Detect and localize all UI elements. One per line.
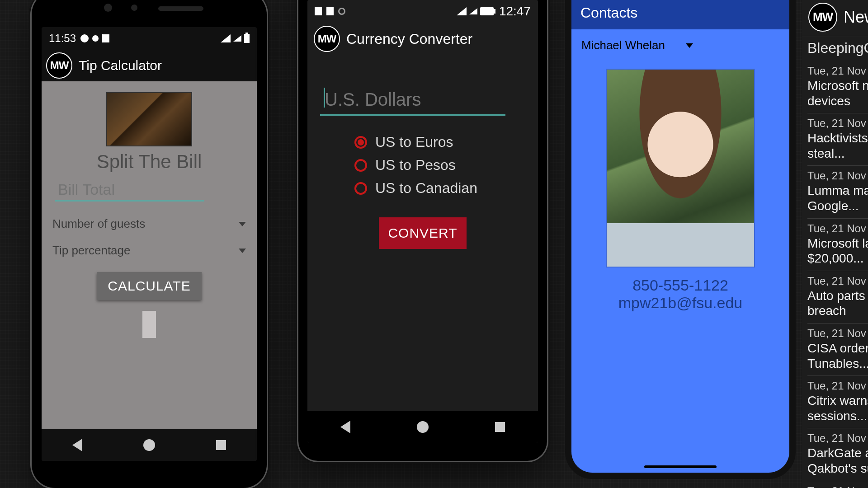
- app-title: Currency Converter: [346, 31, 472, 47]
- news-headline-cont: breach: [807, 303, 868, 319]
- nav-back-icon[interactable]: [340, 421, 350, 433]
- app-bar: MW New: [802, 0, 868, 36]
- converter-content: US to Euros US to Pesos US to Canadian C…: [307, 55, 538, 411]
- news-feed[interactable]: Tue, 21 Nov 2023Microsoft now rdevicesTu…: [802, 61, 868, 488]
- result-placeholder: [142, 311, 156, 338]
- news-date: Tue, 21 Nov 2023: [807, 117, 868, 130]
- phone-contacts: 7:25 Contacts Michael Whelan 850-555-112…: [565, 0, 796, 479]
- phone-currency-converter: 12:47 MW Currency Converter US to Euros …: [298, 0, 547, 461]
- news-headline: Microsoft now r: [807, 78, 868, 94]
- radio-unselected-icon: [354, 182, 367, 195]
- sensor-icon: [131, 5, 137, 11]
- status-time: 11:53: [49, 32, 76, 45]
- wifi-icon: [221, 34, 231, 42]
- nav-home-icon[interactable]: [417, 421, 429, 433]
- app-title: Contacts: [580, 5, 637, 21]
- mw-logo-icon: MW: [314, 26, 340, 52]
- app-title: New: [844, 8, 868, 27]
- news-item[interactable]: Tue, 21 Nov 2023Citrix warns adrsessions…: [807, 375, 868, 428]
- contact-email: mpw21b@fsu.edu: [580, 294, 781, 312]
- news-headline-cont: Qakbot's succes: [807, 461, 868, 476]
- calculate-button[interactable]: CALCULATE: [97, 272, 202, 300]
- app-bar: MW Currency Converter: [307, 23, 538, 55]
- earpiece-icon: [158, 6, 203, 11]
- news-item[interactable]: Tue, 21 Nov 2023CISA orders fedTunables.…: [807, 323, 868, 375]
- news-headline-cont: Google...: [807, 198, 868, 214]
- contact-dropdown[interactable]: Michael Whelan: [580, 34, 781, 57]
- radio-selected-icon: [354, 136, 367, 149]
- status-time: 12:47: [499, 4, 531, 19]
- screen: 11:53 MW Tip Calculator Split The Bill N…: [42, 27, 257, 461]
- news-date: Tue, 21 Nov 2023: [807, 432, 868, 445]
- sd-card-icon: [326, 7, 334, 15]
- app-title: Tip Calculator: [79, 58, 162, 73]
- amount-input[interactable]: [320, 87, 505, 116]
- news-item[interactable]: Tue, 21 Nov 2023Auto parts gianbreach: [807, 271, 868, 323]
- radio-unselected-icon: [354, 159, 367, 172]
- contacts-content: Michael Whelan 850-555-1122 mpw21b@fsu.e…: [571, 29, 789, 316]
- convert-button[interactable]: CONVERT: [379, 217, 466, 249]
- news-item[interactable]: Tue, 21 Nov 2023Microsoft launc$20,000..…: [807, 218, 868, 271]
- bill-total-input[interactable]: [55, 179, 204, 202]
- selected-contact: Michael Whelan: [581, 38, 665, 52]
- nav-recent-icon[interactable]: [495, 422, 505, 432]
- news-item[interactable]: Tue, 21 Nov 2023Hacktivists breasteal...: [807, 113, 868, 165]
- phone-tip-calculator: 11:53 MW Tip Calculator Split The Bill N…: [32, 0, 267, 488]
- contact-phone: 850-555-1122: [580, 277, 781, 294]
- notification-icon: [315, 7, 322, 15]
- nav-home-icon[interactable]: [143, 439, 155, 451]
- app-bar: MW Tip Calculator: [42, 50, 257, 81]
- guests-dropdown[interactable]: Number of guests: [50, 211, 249, 237]
- screen: 12:47 MW Currency Converter US to Euros …: [307, 0, 538, 443]
- radio-us-to-pesos[interactable]: US to Pesos: [354, 157, 525, 174]
- news-headline-cont: sessions...: [807, 408, 868, 424]
- news-headline: Auto parts gian: [807, 288, 868, 304]
- news-item[interactable]: Tue, 21 Nov 2023Lumma malwarGoogle...: [807, 165, 868, 218]
- news-item[interactable]: Tue, 21 Nov 2023Microsoft now rdevices: [807, 61, 868, 113]
- restaurant-image: [106, 92, 192, 146]
- text-cursor-icon: [324, 88, 325, 108]
- news-headline-cont: devices: [807, 94, 868, 109]
- news-item[interactable]: Tue, 21 Nov 2023Criminal IP BecoContribu…: [807, 481, 868, 488]
- phone-news-reader: MW New BleepingCom Tue, 21 Nov 2023Micro…: [802, 0, 868, 488]
- gesture-bar-icon[interactable]: [644, 465, 717, 468]
- tip-content: Split The Bill Number of guests Tip perc…: [42, 81, 257, 429]
- news-headline-cont: steal...: [807, 146, 868, 161]
- guests-label: Number of guests: [52, 217, 145, 231]
- location-icon: [92, 35, 99, 42]
- app-bar: Contacts: [571, 0, 789, 29]
- sync-icon: [338, 8, 345, 15]
- news-headline: Microsoft launc: [807, 236, 868, 251]
- radio-label: US to Pesos: [375, 157, 456, 174]
- news-date: Tue, 21 Nov 2023: [807, 222, 868, 235]
- battery-icon: [480, 7, 494, 15]
- news-date: Tue, 21 Nov 2023: [807, 65, 868, 77]
- news-date: Tue, 21 Nov 2023: [807, 275, 868, 287]
- screen: 7:25 Contacts Michael Whelan 850-555-112…: [571, 0, 789, 473]
- wifi-icon: [457, 7, 467, 15]
- news-headline: Hacktivists brea: [807, 131, 868, 146]
- mw-logo-icon: MW: [46, 52, 72, 79]
- radio-us-to-euros[interactable]: US to Euros: [354, 134, 525, 150]
- status-bar: 12:47: [307, 0, 538, 23]
- chevron-down-icon: [239, 249, 246, 253]
- news-headline: DarkGate and P: [807, 446, 868, 461]
- contact-photo: [606, 69, 755, 267]
- news-headline: Citrix warns adr: [807, 393, 868, 408]
- news-headline: CISA orders fed: [807, 341, 868, 356]
- radio-label: US to Euros: [375, 134, 453, 150]
- nav-recent-icon[interactable]: [216, 440, 226, 450]
- feed-source: BleepingCom: [802, 36, 868, 61]
- front-camera-icon: [104, 4, 112, 12]
- radio-label: US to Canadian: [375, 180, 477, 197]
- status-bar: 11:53: [42, 27, 257, 50]
- nav-back-icon[interactable]: [72, 439, 82, 451]
- news-item[interactable]: Tue, 21 Nov 2023DarkGate and PQakbot's s…: [807, 428, 868, 480]
- mw-logo-icon: MW: [808, 3, 837, 32]
- news-date: Tue, 21 Nov 2023: [807, 169, 868, 182]
- settings-icon: [80, 34, 89, 42]
- tip-dropdown[interactable]: Tip percentage: [50, 237, 249, 264]
- news-date: Tue, 21 Nov 2023: [807, 485, 868, 488]
- radio-us-to-canadian[interactable]: US to Canadian: [354, 180, 525, 197]
- news-headline-cont: $20,000...: [807, 251, 868, 266]
